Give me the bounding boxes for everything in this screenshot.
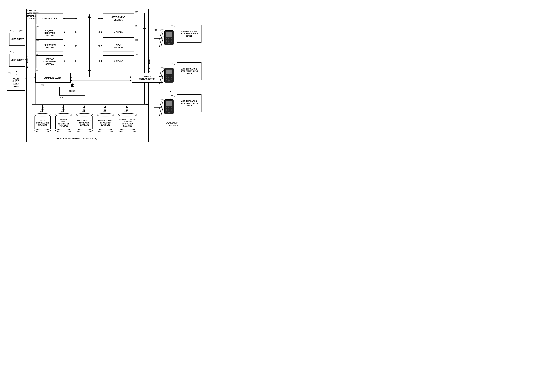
svg-marker-34 xyxy=(71,76,72,78)
ref-306: 306 xyxy=(135,11,138,13)
ref-301: 301 xyxy=(41,84,44,86)
ref-307: 307 xyxy=(135,25,138,27)
ref-340: 340 xyxy=(81,110,84,112)
service-request-db: SERVICE REQUEST INFORMATION DATABASE xyxy=(55,113,72,132)
timer-box: TIMER xyxy=(60,87,85,96)
user-client-2: USER CLIENT xyxy=(9,54,25,67)
svg-marker-62 xyxy=(126,105,128,108)
request-receiving-box: REQUESTRECEIVINGSECTION xyxy=(36,27,63,40)
ref-550-2: 5502 xyxy=(171,62,175,65)
svg-marker-10 xyxy=(98,18,100,19)
user-client-1: USER CLIENT xyxy=(9,33,25,46)
ref-550-m: 550m xyxy=(171,94,175,97)
auth-device-1: AUTHENTICATION INFORMATION INPUT DEVICE xyxy=(177,25,201,43)
ref-309: 309 xyxy=(135,54,138,55)
svg-point-108 xyxy=(171,107,172,108)
ref-100-1: 1001 xyxy=(10,30,14,32)
svg-marker-25 xyxy=(63,60,65,62)
svg-point-113 xyxy=(168,110,169,111)
svg-marker-27 xyxy=(101,60,103,62)
svg-marker-19 xyxy=(63,45,65,47)
svg-point-82 xyxy=(166,38,167,39)
svg-point-98 xyxy=(168,77,169,78)
svg-point-93 xyxy=(168,80,170,82)
svg-marker-50 xyxy=(41,105,44,108)
phone-m xyxy=(164,99,174,116)
svg-marker-24 xyxy=(76,60,77,62)
service-charge-db: SERVICE CHARGE INFORMATION DATABASE xyxy=(97,113,114,132)
svg-point-110 xyxy=(168,109,169,110)
svg-marker-18 xyxy=(76,45,77,47)
svg-point-102 xyxy=(171,79,172,80)
ref-100-2: 1002 xyxy=(10,51,14,53)
svg-point-106 xyxy=(166,107,167,108)
auth-device-2: AUTHENTICATION INFORMATION INPUT DEVICE xyxy=(177,62,201,80)
svg-rect-104 xyxy=(166,101,172,106)
svg-marker-4 xyxy=(88,14,91,18)
svg-point-85 xyxy=(166,40,167,41)
phone-1 xyxy=(164,30,174,47)
communicator-box: COMMUNICATOR xyxy=(35,73,71,83)
network-label: NETWORK xyxy=(26,46,28,78)
svg-point-86 xyxy=(168,40,169,41)
svg-marker-15 xyxy=(101,31,103,33)
svg-point-81 xyxy=(168,43,170,44)
controller-box: CONTROLLER xyxy=(36,13,63,24)
svg-marker-44 xyxy=(71,83,74,87)
svg-point-107 xyxy=(168,107,169,108)
svg-marker-9 xyxy=(101,18,103,19)
auth-device-m: AUTHENTICATION INFORMATION INPUT DEVICE xyxy=(177,94,201,112)
lightning-1 xyxy=(158,31,165,47)
user-client-n: USERCLIENT(USERSIDE) xyxy=(7,75,25,91)
user-info-db: USER INFORMATION DATABASE xyxy=(34,113,51,132)
svg-point-101 xyxy=(168,79,169,80)
svg-marker-28 xyxy=(98,60,100,62)
svg-point-114 xyxy=(171,110,172,111)
svg-marker-37 xyxy=(71,80,72,81)
ref-310: 310 xyxy=(60,96,63,98)
svg-marker-33 xyxy=(130,76,132,78)
servicing-staff-db: SERVICING STAFF INFORMATION DATABASE xyxy=(76,113,93,132)
svg-marker-16 xyxy=(98,31,100,33)
svg-point-97 xyxy=(166,77,167,78)
svg-point-90 xyxy=(171,41,172,42)
svg-marker-22 xyxy=(98,45,100,47)
svg-point-111 xyxy=(171,109,172,110)
svg-point-89 xyxy=(168,41,169,42)
phone-2 xyxy=(164,67,174,85)
lightning-m xyxy=(158,100,165,116)
svg-point-112 xyxy=(166,110,167,111)
svg-marker-59 xyxy=(104,105,106,108)
svg-marker-56 xyxy=(83,105,85,108)
svg-point-87 xyxy=(171,40,172,41)
svg-marker-47 xyxy=(27,103,29,105)
svg-point-100 xyxy=(166,79,167,80)
svg-point-84 xyxy=(171,38,172,39)
svg-point-99 xyxy=(171,77,172,78)
svg-rect-92 xyxy=(166,70,172,74)
svg-marker-13 xyxy=(63,31,65,33)
svg-marker-21 xyxy=(101,45,103,47)
ref-350: 350 xyxy=(103,110,105,112)
servicing-staff-side: (SERVICINGSTAFF SIDE) xyxy=(166,122,178,126)
ref-200: 200 xyxy=(19,30,22,32)
svg-point-94 xyxy=(166,76,167,76)
svg-marker-53 xyxy=(62,105,65,108)
svg-point-96 xyxy=(171,76,172,76)
recruiting-section-box: RECRUITINGSECTION xyxy=(36,41,63,52)
ref-100-n: 100n xyxy=(8,72,11,74)
ref-305: 305 xyxy=(36,70,38,72)
svg-marker-12 xyxy=(76,31,77,33)
ref-550-1: 5501 xyxy=(171,24,175,27)
input-section-box: INPUTSECTION xyxy=(103,41,134,52)
ref-320: 320 xyxy=(40,110,43,112)
svg-point-105 xyxy=(168,112,170,113)
svg-marker-31 xyxy=(34,76,35,78)
ref-300: 300 xyxy=(143,28,146,30)
service-mgmt-company-side: (SERVICE MANAGEMENT COMPANY SIDE) xyxy=(54,137,97,140)
svg-marker-36 xyxy=(130,80,132,81)
settlement-section-box: SETTLEMENTSECTION xyxy=(103,13,134,24)
service-management-section-box: SERVICEMANAGEMENTSECTION xyxy=(36,55,63,68)
display-box: DISPLAY xyxy=(103,55,134,66)
svg-point-88 xyxy=(166,41,167,42)
